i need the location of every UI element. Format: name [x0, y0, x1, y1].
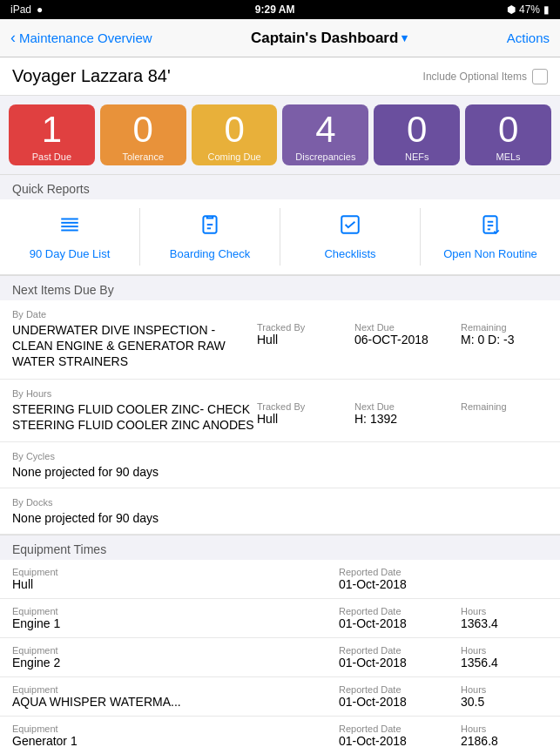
reported-label-0: Reported Date	[339, 567, 461, 577]
ipad-label: iPad	[10, 3, 31, 16]
hours-label-1: Hours	[461, 606, 548, 616]
nav-title-text: Captain's Dashboard	[251, 30, 398, 47]
status-bar: iPad ● 9:29 AM ⬢ 47% ▮	[0, 0, 560, 19]
equip-label-0: Equipment	[12, 567, 339, 577]
remaining-label-0: Remaining	[461, 322, 548, 333]
metric-label-coming-due: Coming Due	[197, 151, 273, 162]
nav-bar: ‹ Maintenance Overview Captain's Dashboa…	[0, 19, 560, 57]
reported-val-1: 01-Oct-2018	[339, 616, 461, 630]
page-title-row: Voyager Lazzara 84' Include Optional Ite…	[0, 57, 560, 96]
next-due-val-0: 06-OCT-2018	[354, 333, 459, 347]
optional-items-label: Include Optional Items	[423, 71, 527, 83]
next-item-title-0: UNDERWATER DIVE INSPECTION - CLEAN ENGIN…	[12, 322, 255, 370]
reported-label-3: Reported Date	[339, 684, 461, 695]
equip-label-2: Equipment	[12, 645, 339, 656]
track-type-1: By Hours	[12, 388, 548, 399]
hours-label-3: Hours	[461, 684, 548, 695]
next-item-title-2: None projected for 90 days	[12, 465, 548, 479]
actions-button[interactable]: Actions	[507, 30, 550, 45]
optional-items-checkbox[interactable]	[532, 69, 548, 84]
hours-val-4: 2186.8	[461, 734, 548, 747]
back-button[interactable]: ‹ Maintenance Overview	[10, 29, 152, 47]
metric-num-mels: 0	[470, 111, 546, 148]
metric-tile-mels[interactable]: 0 MELs	[465, 104, 551, 165]
metric-label-tolerance: Tolerance	[105, 151, 181, 162]
metric-label-past-due: Past Due	[14, 151, 90, 162]
equip-label-4: Equipment	[12, 723, 339, 734]
tracked-by-val-0: Hull	[257, 333, 353, 347]
equip-label-3: Equipment	[12, 684, 339, 695]
metric-tile-past-due[interactable]: 1 Past Due	[9, 104, 95, 165]
quick-report-checklists[interactable]: Checklists	[280, 208, 421, 266]
metric-tile-tolerance[interactable]: 0 Tolerance	[100, 104, 186, 165]
vessel-title: Voyager Lazzara 84'	[12, 66, 171, 86]
quick-report-label-open-non-routine: Open Non Routine	[443, 247, 537, 260]
remaining-val-0: M: 0 D: -3	[461, 333, 548, 347]
wifi-icon: ●	[37, 3, 43, 16]
next-item-row-0: By Date UNDERWATER DIVE INSPECTION - CLE…	[0, 300, 560, 380]
reported-val-0: 01-Oct-2018	[339, 577, 461, 591]
track-type-2: By Cycles	[12, 451, 548, 461]
equipment-row-3: Equipment AQUA WHISPER WATERMA... Report…	[0, 677, 560, 717]
metric-num-discrepancies: 4	[287, 111, 363, 148]
equipment-header: Equipment Times	[0, 535, 560, 560]
tracked-by-val-1: Hull	[257, 412, 353, 426]
quick-report-boarding[interactable]: Boarding Check	[140, 208, 280, 266]
reported-label-1: Reported Date	[339, 606, 461, 616]
quick-report-open-non-routine[interactable]: Open Non Routine	[421, 208, 560, 266]
remaining-label-1: Remaining	[461, 401, 548, 412]
metric-label-mels: MELs	[470, 151, 546, 162]
next-item-row-3: By Docks None projected for 90 days	[0, 488, 560, 535]
hours-val-3: 30.5	[461, 695, 548, 709]
nav-title: Captain's Dashboard ▾	[251, 30, 408, 47]
equip-name-4: Generator 1	[12, 734, 339, 747]
quick-report-label-boarding: Boarding Check	[170, 247, 251, 260]
equipment-row-1: Equipment Engine 1 Reported Date 01-Oct-…	[0, 599, 560, 638]
bluetooth-icon: ⬢	[507, 3, 516, 16]
back-chevron-icon: ‹	[10, 29, 16, 47]
quick-report-label-checklists: Checklists	[324, 247, 375, 260]
reported-val-2: 01-Oct-2018	[339, 656, 461, 670]
equip-name-2: Engine 2	[12, 656, 339, 670]
equip-name-1: Engine 1	[12, 616, 339, 630]
equipment-section: Equipment Hull Reported Date 01-Oct-2018…	[0, 560, 560, 747]
next-item-title-3: None projected for 90 days	[12, 511, 548, 525]
tracked-by-label-1: Tracked By	[257, 401, 353, 412]
track-type-3: By Docks	[12, 497, 548, 508]
svg-rect-8	[483, 216, 496, 233]
nav-title-caret-icon[interactable]: ▾	[401, 31, 408, 44]
metric-tile-coming-due[interactable]: 0 Coming Due	[192, 104, 278, 165]
reported-label-2: Reported Date	[339, 645, 461, 656]
back-label: Maintenance Overview	[19, 30, 152, 45]
equip-name-0: Hull	[12, 577, 339, 591]
hours-val-1: 1363.4	[461, 616, 548, 630]
battery-label: 47%	[519, 3, 540, 16]
hours-val-2: 1356.4	[461, 656, 548, 670]
metric-label-discrepancies: Discrepancies	[287, 151, 363, 162]
status-right: ⬢ 47% ▮	[507, 3, 550, 16]
tracked-by-label-0: Tracked By	[257, 322, 353, 333]
quick-report-icon-90-day	[58, 213, 81, 242]
equipment-row-4: Equipment Generator 1 Reported Date 01-O…	[0, 717, 560, 747]
equip-label-1: Equipment	[12, 606, 339, 616]
quick-report-label-90-day: 90 Day Due List	[30, 247, 111, 260]
quick-report-icon-open-non-routine	[479, 213, 502, 242]
next-due-label-0: Next Due	[354, 322, 459, 333]
next-due-val-1: H: 1392	[354, 412, 459, 426]
quick-report-icon-checklists	[339, 213, 361, 242]
quick-reports-row: 90 Day Due List Boarding Check Checklist…	[0, 199, 560, 275]
metric-tile-discrepancies[interactable]: 4 Discrepancies	[282, 104, 368, 165]
metric-num-coming-due: 0	[197, 111, 273, 148]
quick-reports-header: Quick Reports	[0, 174, 560, 199]
metrics-row: 1 Past Due 0 Tolerance 0 Coming Due 4 Di…	[0, 96, 560, 174]
quick-report-90-day[interactable]: 90 Day Due List	[0, 208, 140, 266]
status-time: 9:29 AM	[255, 3, 295, 16]
next-item-row-1: By Hours STEERING FLUID COOLER ZINC- CHE…	[0, 380, 560, 442]
track-type-0: By Date	[12, 309, 548, 320]
metric-num-nefs: 0	[379, 111, 455, 148]
equipment-row-2: Equipment Engine 2 Reported Date 01-Oct-…	[0, 638, 560, 677]
svg-rect-7	[341, 216, 359, 233]
metric-tile-nefs[interactable]: 0 NEFs	[374, 104, 460, 165]
metric-num-tolerance: 0	[105, 111, 181, 148]
hours-label-2: Hours	[461, 645, 548, 656]
